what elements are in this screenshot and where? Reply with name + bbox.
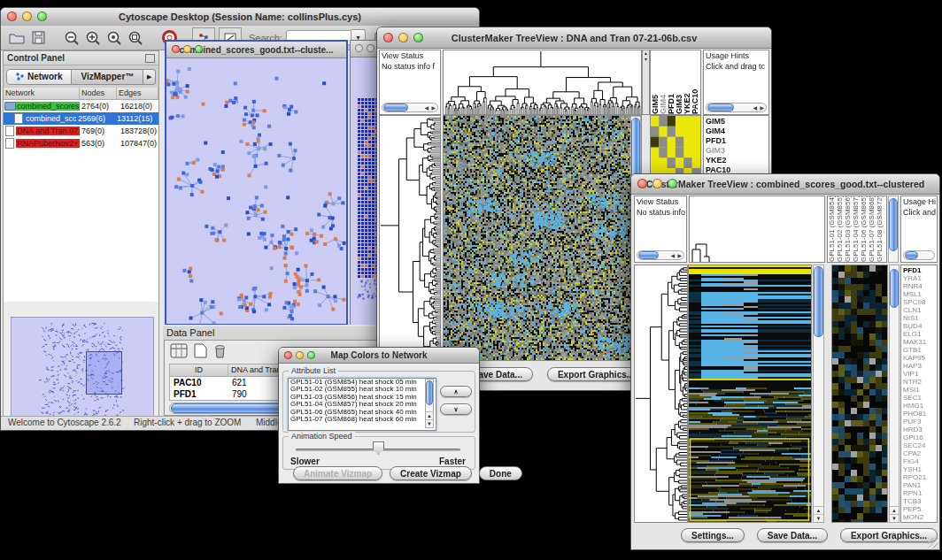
gene-label[interactable]: MAK31 [903,338,935,346]
gene-label[interactable]: GIM4 [706,127,767,136]
close-icon[interactable] [172,45,180,53]
heatmap-panel[interactable]: ▲▼ [443,115,642,361]
select-attributes-icon[interactable] [170,343,188,362]
gene-label[interactable]: FIG4 [903,457,935,465]
main-titlebar[interactable]: Cytoscape Desktop (Session Name: collins… [1,8,479,27]
float-panel-icon[interactable] [145,54,155,63]
row-dendrogram-panel[interactable] [379,115,441,361]
minimize-icon[interactable] [183,45,191,53]
new-attribute-icon[interactable] [194,343,207,362]
minimize-icon[interactable] [296,351,304,359]
gene-label[interactable]: YSH1 [903,465,935,473]
zoom-window-icon[interactable] [307,351,315,359]
close-icon[interactable] [284,351,292,359]
minimize-icon[interactable] [398,33,408,42]
close-icon[interactable] [7,12,17,21]
gene-label[interactable]: PFD1 [903,266,935,274]
gene-label[interactable]: PAN1 [903,481,935,489]
gene-label[interactable]: HAP3 [903,362,935,370]
gene-label[interactable]: GTB1 [903,346,935,354]
gene-label[interactable]: MSL1 [903,290,935,298]
gene-label[interactable]: RPO21 [903,473,935,481]
zoom-out-icon[interactable] [61,28,82,48]
zoom-in-icon[interactable] [82,28,104,48]
delete-attribute-icon[interactable] [213,343,227,362]
gene-label[interactable]: SEC1 [903,394,935,402]
zoom-heatmap-vscrollbar[interactable]: ▲▼ [889,265,900,523]
gene-label[interactable]: VIP1 [903,370,935,378]
more-tabs-icon[interactable]: ▶ [143,69,156,85]
minimize-icon[interactable] [22,12,32,21]
gene-label[interactable]: KAP95 [903,354,935,362]
gene-label[interactable]: YRA1 [903,274,935,282]
column-labels-vscrollbar[interactable] [888,196,899,263]
save-button[interactable] [27,28,49,48]
gene-label[interactable]: NIS1 [903,314,935,322]
view-status-hscrollbar[interactable] [637,250,684,260]
gene-label[interactable]: HMG1 [903,402,935,410]
gene-label[interactable]: SEC24 [903,441,935,449]
network-list-row[interactable]: combined_scores2764(0)16218(0) [4,100,158,112]
network-list-row[interactable]: DNA and Tran 07769(0)183728(0) [4,125,158,137]
minimize-icon[interactable] [367,44,374,52]
heatmap-vscrollbar[interactable]: ▲▼ [813,265,824,523]
network-window-titlebar[interactable]: combined_scores_good.txt--cluste... [166,42,346,58]
usage-hints-hscrollbar[interactable] [706,103,767,112]
column-dendrogram-panel[interactable] [689,196,825,263]
treeview1-titlebar[interactable]: ClusterMaker TreeView : DNA and Tran 07-… [377,27,771,49]
treeview-button[interactable]: Save Data... [757,528,828,542]
gene-label[interactable]: MON2 [903,513,935,521]
gene-label[interactable]: RNR4 [903,282,935,290]
dialog-button[interactable]: Done [479,466,522,480]
resize-grip[interactable] [928,538,938,548]
row-dendrogram-panel[interactable] [634,265,688,523]
minimize-icon[interactable] [652,179,662,188]
close-icon[interactable] [355,44,363,52]
gene-label[interactable]: GIM3 [706,146,767,156]
gene-label[interactable]: TCB3 [903,497,935,505]
zoom-selected-icon[interactable] [104,28,125,48]
gene-label[interactable]: NTR2 [903,378,935,386]
gene-label[interactable]: CLN1 [903,306,935,314]
view-status-hscrollbar[interactable] [382,103,438,112]
gene-label[interactable]: PEP5 [903,505,935,513]
move-down-button[interactable]: ∨ [440,403,472,415]
attribute-item[interactable]: GPL51-07 (GSM868) heat shock 60 min [289,416,436,423]
gene-label[interactable]: ELG1 [903,330,935,338]
heatmap-panel[interactable] [688,265,812,523]
tab-network[interactable]: Network [6,69,72,85]
gene-label[interactable]: SPC98 [903,298,935,306]
dialog-button[interactable]: Animate Vizmap [293,466,382,480]
network-list-row[interactable]: RNAPuberNov2+563(0)107847(0) [4,137,158,150]
gene-label[interactable]: GPI16 [903,433,935,441]
tab-vizmapper[interactable]: VizMapper™ [72,69,143,85]
zoom-window-icon[interactable] [413,33,423,42]
zoom-heatmap-panel[interactable] [831,265,888,523]
gene-label[interactable]: BUD4 [903,322,935,330]
attribute-list[interactable]: GPL51-01 (GSM854) heat shock 05 minGPL51… [288,378,436,431]
network-canvas[interactable] [166,58,346,324]
open-file-button[interactable] [6,28,27,48]
network-list-row[interactable]: combined_sco2569(6)13112(15) [4,112,158,125]
move-up-button[interactable]: ∧ [440,386,472,397]
attribute-list-vscrollbar[interactable]: ▲▼ [425,379,434,428]
close-icon[interactable] [637,179,647,188]
gene-label[interactable]: HRD3 [903,426,935,433]
birds-eye-view[interactable] [11,317,154,425]
mini-scrollbar[interactable]: ▴▾ [642,50,650,115]
dialog-button[interactable]: Create Vizmap [390,466,472,480]
gene-label[interactable]: PFD1 [706,136,767,146]
close-icon[interactable] [383,33,393,42]
zoom-window-icon[interactable] [37,12,47,21]
gene-label[interactable]: PHO81 [903,410,935,418]
gene-label[interactable]: CPA2 [903,449,935,457]
treeview2-titlebar[interactable]: ClusterMaker TreeView : combined_scores_… [631,174,939,195]
gene-label[interactable]: MSI1 [903,386,935,394]
column-dendrogram-panel[interactable] [443,50,642,115]
zoom-window-icon[interactable] [668,179,677,188]
speed-slider-thumb[interactable] [373,441,384,455]
gene-label[interactable]: RPN1 [903,489,935,497]
dialog-titlebar[interactable]: Map Colors to Network [279,348,479,364]
treeview-button[interactable]: Export Graphics... [840,528,938,542]
gene-label[interactable]: PUF3 [903,418,935,426]
